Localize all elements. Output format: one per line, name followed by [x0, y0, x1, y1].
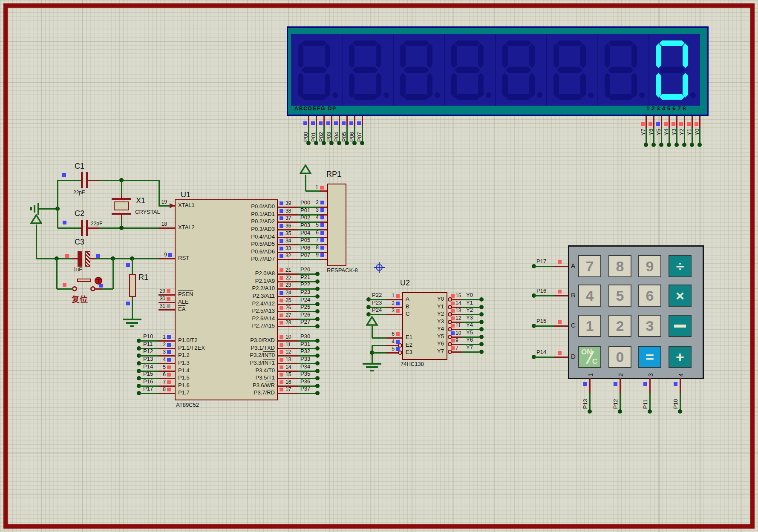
rp1-part: RESPACK-8	[327, 267, 358, 273]
u2-part: 74HC138	[401, 361, 424, 367]
x1-value: CRYSTAL	[135, 209, 160, 215]
display-digit-band-label: 12345678	[646, 106, 688, 112]
u1-part: AT89C52	[176, 402, 199, 408]
u2-ref: U2	[400, 279, 410, 288]
c1-value: 22pF	[73, 190, 85, 196]
u1-ref: U1	[181, 191, 190, 199]
x1-ref: X1	[136, 197, 145, 205]
schematic-canvas: P00P01P02P03P04P05P06P07Y7Y6Y5Y4Y3Y2Y1Y0…	[0, 0, 758, 532]
c3-ref: C3	[75, 238, 84, 247]
sheet-border	[3, 3, 755, 529]
r1-ref: R1	[138, 273, 148, 282]
reset-label: 复位	[72, 295, 88, 304]
rp1-ref: RP1	[326, 170, 341, 179]
c2-ref: C2	[75, 210, 84, 218]
c3-value: 1uF	[73, 267, 82, 273]
display-segment-band-label: ABCDEFG DP	[294, 106, 337, 112]
c2-value: 22pF	[91, 221, 102, 227]
c1-ref: C1	[75, 162, 84, 171]
